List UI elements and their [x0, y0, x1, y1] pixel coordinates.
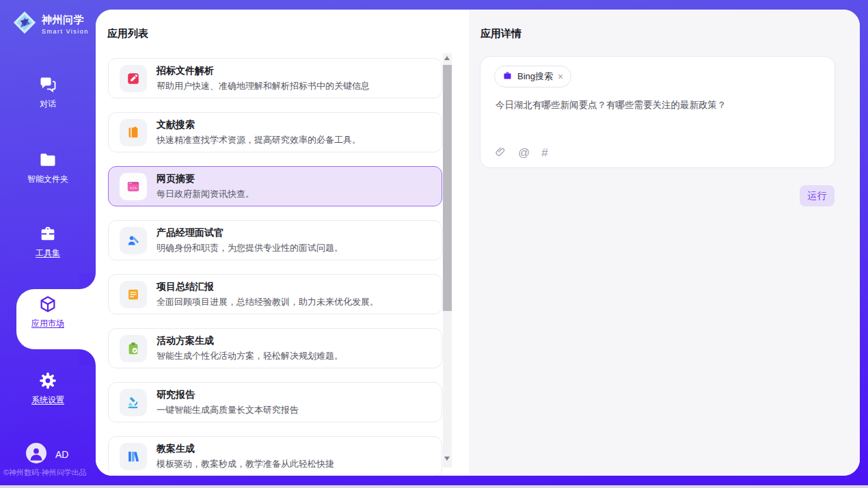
bottom-edge-strip	[0, 485, 868, 488]
app-name: 研究报告	[157, 389, 299, 401]
scroll-up-icon[interactable]	[444, 56, 450, 60]
main-content: 应用列表 招标文件解析 帮助用户快速、准确地理解和解析招标书中的关键信息	[96, 10, 860, 476]
app-card[interactable]: 活动方案生成 智能生成个性化活动方案，轻松解决规划难题。	[108, 328, 442, 368]
microscope-icon	[120, 389, 147, 416]
app-description: 每日政府新闻资讯快查。	[157, 188, 254, 200]
clipboard-check-icon	[120, 335, 147, 362]
app-description: 明确身份和职责，为您提供专业性的面试问题。	[157, 242, 343, 254]
query-text-input[interactable]: 今日湖北有哪些新闻要点？有哪些需要关注的最新政策？	[496, 99, 817, 111]
app-description: 快速精准查找学术资源，提高研究效率的必备工具。	[157, 134, 361, 146]
sidebar-item-app-market[interactable]: 应用市场	[0, 295, 96, 329]
sidebar-item-label: 智能文件夹	[27, 174, 68, 185]
app-card[interactable]: 研究报告 一键智能生成高质量长文本研究报告	[108, 382, 442, 422]
app-description: 帮助用户快速、准确地理解和解析招标书中的关键信息	[157, 80, 370, 92]
app-description: 模板驱动，教案秒成，教学准备从此轻松快捷	[157, 458, 334, 470]
app-card-list: 招标文件解析 帮助用户快速、准确地理解和解析招标书中的关键信息 文献搜索 快速精…	[108, 58, 442, 476]
app-detail-title: 应用详情	[480, 27, 521, 40]
input-toolbar: @ #	[494, 146, 548, 161]
sidebar: 神州问学 Smart Vision 对话 智能文件夹	[0, 0, 96, 488]
webpage-code-icon: </>	[120, 173, 147, 200]
brand-name: 神州问学	[42, 14, 89, 27]
sidebar-item-label: 应用市场	[31, 318, 64, 329]
scrollbar-thumb[interactable]	[443, 65, 452, 311]
app-card[interactable]: 招标文件解析 帮助用户快速、准确地理解和解析招标书中的关键信息	[108, 58, 442, 98]
gear-icon	[38, 371, 57, 390]
paperclip-icon[interactable]	[494, 146, 506, 161]
svg-text:</>: </>	[130, 185, 137, 189]
summary-report-icon	[120, 281, 147, 308]
tool-chip-bing-search[interactable]: Bing搜索 ×	[494, 66, 571, 87]
sidebar-item-settings[interactable]: 系统设置	[0, 371, 96, 406]
chat-icon	[38, 75, 57, 94]
user-initials: AD	[55, 449, 68, 460]
app-description: 全面回顾项目进展，总结经验教训，助力未来优化发展。	[157, 296, 379, 308]
app-detail-panel: 应用详情 Bing搜索 × 今日湖北有哪些新闻要点？有哪些需要关注的最新政策？	[469, 10, 860, 476]
books-icon	[120, 443, 147, 470]
app-list-title: 应用列表	[107, 27, 148, 40]
sidebar-item-toolset[interactable]: 工具集	[0, 224, 96, 259]
app-description: 一键智能生成高质量长文本研究报告	[157, 404, 299, 416]
tool-chip-label: Bing搜索	[517, 70, 553, 83]
app-card[interactable]: 教案生成 模板驱动，教案秒成，教学准备从此轻松快捷	[108, 436, 442, 476]
app-card[interactable]: 产品经理面试官 明确身份和职责，为您提供专业性的面试问题。	[108, 220, 442, 260]
run-button[interactable]: 运行	[800, 185, 835, 206]
app-list-panel: 应用列表 招标文件解析 帮助用户快速、准确地理解和解析招标书中的关键信息	[96, 10, 469, 476]
sidebar-item-smart-folder[interactable]: 智能文件夹	[0, 150, 96, 185]
toolbox-icon	[38, 224, 57, 243]
app-card-selected[interactable]: </> 网页摘要 每日政府新闻资讯快查。	[108, 166, 442, 206]
mention-at-icon[interactable]: @	[518, 146, 530, 160]
hash-icon[interactable]: #	[541, 146, 547, 160]
app-name: 招标文件解析	[157, 65, 370, 77]
app-description: 智能生成个性化活动方案，轻松解决规划难题。	[157, 350, 343, 362]
document-edit-icon	[120, 65, 147, 92]
interviewer-icon	[120, 227, 147, 254]
app-name: 教案生成	[157, 443, 334, 455]
diamond-logo-icon	[12, 10, 37, 38]
app-name: 产品经理面试官	[157, 227, 343, 239]
close-icon[interactable]: ×	[558, 72, 563, 81]
app-card[interactable]: 项目总结汇报 全面回顾项目进展，总结经验教训，助力未来优化发展。	[108, 274, 442, 314]
query-input-card[interactable]: Bing搜索 × 今日湖北有哪些新闻要点？有哪些需要关注的最新政策？ @ #	[480, 56, 835, 168]
brand-logo: 神州问学 Smart Vision	[12, 10, 89, 38]
briefcase-icon	[502, 70, 513, 83]
sidebar-item-label: 对话	[40, 98, 56, 110]
sidebar-item-chat[interactable]: 对话	[0, 75, 96, 110]
brand-subtitle: Smart Vision	[42, 28, 89, 35]
app-name: 活动方案生成	[157, 335, 343, 347]
sidebar-item-label: 工具集	[36, 247, 60, 259]
folder-icon	[38, 150, 57, 170]
user-avatar-icon	[26, 443, 46, 466]
copyright-footer: ©神州数码·神州问学出品	[3, 467, 96, 478]
app-name: 项目总结汇报	[157, 281, 379, 293]
sidebar-item-label: 系统设置	[31, 394, 64, 406]
app-name: 网页摘要	[157, 173, 254, 185]
app-card[interactable]: 文献搜索 快速精准查找学术资源，提高研究效率的必备工具。	[108, 112, 442, 152]
book-icon	[120, 119, 147, 146]
cube-icon	[38, 295, 57, 314]
app-name: 文献搜索	[157, 119, 361, 131]
user-account[interactable]: AD	[26, 443, 68, 466]
scroll-down-icon[interactable]	[444, 457, 450, 461]
